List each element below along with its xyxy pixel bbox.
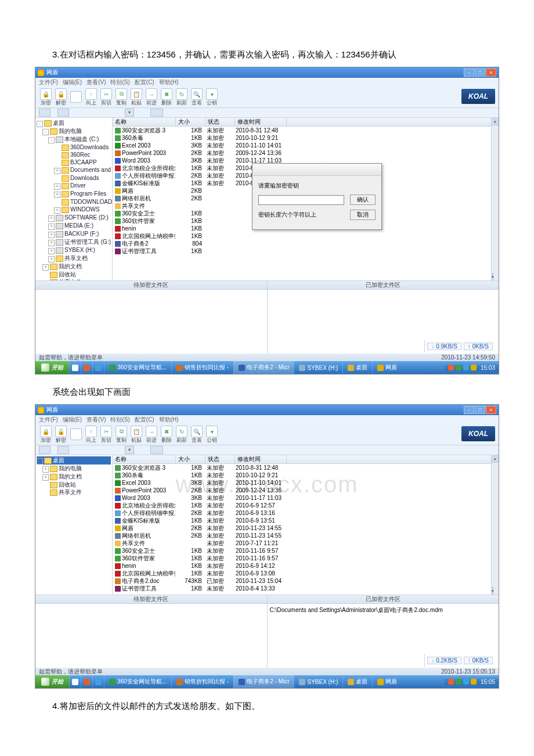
taskbar-item[interactable]: 360安全网址导航...: [104, 675, 171, 688]
tree-node[interactable]: +我的电脑: [37, 465, 111, 473]
tray-icon[interactable]: [471, 365, 477, 370]
close-button[interactable]: ×: [486, 69, 496, 77]
taskbar-item[interactable]: [81, 675, 92, 688]
tray-icon[interactable]: [448, 365, 454, 370]
taskbar-item[interactable]: SYBEX (H:): [294, 361, 342, 374]
toolbar-button[interactable]: 🔒加密: [39, 426, 53, 443]
file-row[interactable]: 北京国税网上纳税申报系统2.0 1KB 未加密 2010-6-9 13:08: [113, 570, 499, 577]
tree-node[interactable]: -我的电脑: [37, 127, 111, 135]
scrollbar[interactable]: ▴▾: [491, 118, 499, 280]
toolbar-button[interactable]: 🔒加密: [39, 88, 53, 106]
tray-icon[interactable]: [471, 679, 477, 685]
toolbar-button[interactable]: [69, 429, 83, 440]
col-mtime[interactable]: 修改时间: [235, 455, 287, 463]
start-button[interactable]: 开始: [35, 675, 69, 688]
taskbar-item[interactable]: 桌面: [342, 361, 372, 374]
taskbar-item[interactable]: [69, 361, 81, 374]
menu-item[interactable]: 文件(F): [39, 78, 58, 87]
tree-node[interactable]: -桌面: [37, 119, 111, 127]
col-mtime[interactable]: 修改时间: [235, 118, 287, 126]
col-status[interactable]: 状态: [205, 455, 235, 463]
taskbar-item[interactable]: [81, 361, 92, 374]
toolbar-button[interactable]: 🔍查看: [190, 88, 204, 106]
cancel-button[interactable]: 取消: [350, 210, 376, 220]
path-button[interactable]: [57, 109, 69, 117]
col-name[interactable]: 名称: [113, 455, 176, 463]
menu-item[interactable]: 查看(V): [86, 416, 106, 424]
file-row[interactable]: Excel 2003 3KB 未加密 2010-11-10 14:01: [113, 479, 499, 487]
taskbar-item[interactable]: 销售折扣同比报 -: [171, 675, 233, 688]
tree-node[interactable]: +MEDIA (E:): [37, 222, 111, 230]
tree-node[interactable]: +Driver: [37, 182, 111, 190]
file-row[interactable]: 证书管理工具 1KB 未加密 2010-8-4 13:33: [113, 585, 499, 592]
toolbar-button[interactable]: ↑向上: [84, 426, 98, 443]
file-row[interactable]: 证书管理工具 1KB: [113, 247, 499, 255]
file-row[interactable]: PowerPoint 2003 2KB 未加密 2009-12-24 13:36: [113, 487, 499, 494]
file-row[interactable]: Word 2003 3KB 未加密 2010-11-17 11:03: [113, 494, 499, 502]
tree-node[interactable]: +WINDOWS: [37, 206, 111, 214]
tree-node[interactable]: +我的文档: [37, 473, 111, 481]
menu-item[interactable]: 编辑(E): [63, 78, 82, 87]
tree-node[interactable]: 360Rec: [37, 151, 111, 159]
tree-node[interactable]: +Program Files: [37, 190, 111, 198]
system-tray[interactable]: 15:03: [445, 365, 499, 371]
tree-node[interactable]: 共享文件: [37, 278, 111, 280]
menu-item[interactable]: 配置(C): [135, 78, 154, 87]
toolbar-button[interactable]: ✂剪切: [99, 426, 113, 443]
file-row[interactable]: 网络邻居机 2KB 未加密 2010-11-23 14:55: [113, 532, 499, 539]
file-row[interactable]: 360安全浏览器 3 1KB 未加密 2010-8-31 12:48: [113, 127, 499, 134]
tree-node[interactable]: -本地磁盘 (C:): [37, 135, 111, 143]
tree-node[interactable]: +SYBEX (H:): [37, 246, 111, 254]
file-row[interactable]: 电子商务2 804: [113, 240, 499, 247]
tree-node[interactable]: +SOFTWARE (D:): [37, 214, 111, 222]
toolbar-button[interactable]: 📋粘贴: [129, 88, 143, 106]
tree-node[interactable]: Downloads: [37, 174, 111, 182]
toolbar-button[interactable]: 📋粘贴: [129, 426, 143, 443]
toolbar-button[interactable]: [69, 91, 83, 103]
taskbar-item[interactable]: 360安全网址导航...: [104, 361, 171, 374]
taskbar-item[interactable]: 电子商务2 - Micr: [233, 675, 294, 688]
tree-node[interactable]: +共享文档: [37, 254, 111, 262]
file-row[interactable]: 北京国税网上纳税申报系统2.0 1KB: [113, 232, 499, 240]
file-row[interactable]: Excel 2003 3KB 未加密 2010-11-10 14:01: [113, 142, 499, 149]
minimize-button[interactable]: -: [464, 69, 474, 77]
encrypted-file-path[interactable]: C:\Documents and Settings\Administrator\…: [270, 607, 443, 613]
dropdown-icon[interactable]: ▾: [125, 446, 134, 454]
taskbar-item[interactable]: 电子商务2 - Micr: [233, 361, 294, 374]
menu-item[interactable]: 查看(V): [86, 78, 106, 87]
tree-node[interactable]: -桌面: [37, 456, 111, 465]
file-row[interactable]: 北京地税企业所得税集成申报... 1KB 未加密 2010-6-9 12:57: [113, 502, 499, 509]
file-row[interactable]: henin 1KB 未加密 2010-6-9 14:12: [113, 562, 499, 570]
taskbar-item[interactable]: [92, 675, 104, 688]
toolbar-button[interactable]: ⧉复制: [114, 88, 128, 106]
toolbar-button[interactable]: ✂剪切: [99, 88, 113, 106]
tree-node[interactable]: +Documents and Settings: [37, 166, 111, 174]
taskbar-item[interactable]: 网盾: [372, 361, 402, 374]
tray-icon[interactable]: [463, 679, 469, 685]
minimize-button[interactable]: -: [464, 406, 474, 414]
file-row[interactable]: 360杀毒 1KB 未加密 2010-10-12 9:21: [113, 471, 499, 479]
menu-item[interactable]: 帮助(H): [159, 78, 179, 87]
tree-node[interactable]: 共享文件: [37, 488, 111, 496]
file-row[interactable]: 网盾 2KB 未加密 2010-11-23 14:55: [113, 524, 499, 532]
toolbar-button[interactable]: ↻刷新: [175, 88, 189, 106]
tray-icon[interactable]: [448, 679, 454, 685]
taskbar-item[interactable]: 销售折扣同比报 -: [171, 361, 233, 374]
toolbar-button[interactable]: ↻刷新: [175, 426, 189, 443]
maximize-button[interactable]: □: [475, 69, 485, 77]
clock[interactable]: 15:03: [481, 365, 495, 371]
menu-item[interactable]: 文件(F): [39, 416, 58, 424]
toolbar-button[interactable]: 🔓解密: [54, 426, 68, 443]
scrollbar[interactable]: ▴▾: [491, 455, 499, 595]
file-row[interactable]: 共享文件 未加密 2010-7-17 11:21: [113, 539, 499, 547]
tree-node[interactable]: TDDOWNLOAD: [37, 198, 111, 206]
file-row[interactable]: 360软件管家 1KB 未加密 2010-11-16 9:57: [113, 555, 499, 562]
system-tray[interactable]: 15:05: [445, 679, 499, 685]
password-input[interactable]: [258, 195, 344, 205]
tray-icon[interactable]: [463, 365, 469, 370]
toolbar-button[interactable]: ↑向上: [84, 88, 98, 106]
maximize-button[interactable]: □: [475, 406, 485, 414]
taskbar-item[interactable]: SYBEX (H:): [294, 675, 342, 688]
dropdown-icon[interactable]: ▾: [125, 109, 134, 117]
tray-icon[interactable]: [456, 679, 461, 685]
